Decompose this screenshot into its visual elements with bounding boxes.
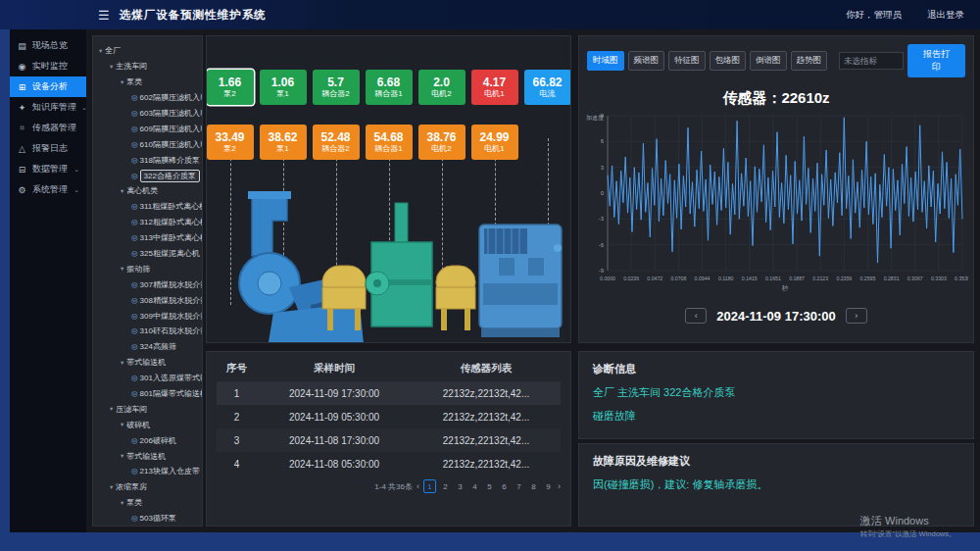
tree-expand-icon[interactable]: ▾ <box>121 265 123 273</box>
windows-activation-watermark: 激活 Windows 转到“设置”以激活 Windows。 <box>860 514 956 539</box>
tree-node[interactable]: ◎313中煤卧式离心机 <box>93 230 202 246</box>
table-row[interactable]: 42024-11-08 05:30:0022132z,22132t,42... <box>217 452 561 476</box>
table-row[interactable]: 12024-11-09 17:30:0022132z,22132t,42... <box>217 381 561 405</box>
waveform-chart: 9630-3-6-90.00000.02360.04720.07080.0944… <box>579 110 973 306</box>
sensor-icon: ⌗ <box>17 123 27 133</box>
sidebar-item-analysis[interactable]: ⊞设备分析 <box>10 76 86 97</box>
tree-node[interactable]: ▾主洗车间 <box>93 59 202 75</box>
tree-node[interactable]: ◎603隔膜压滤机入料泵 <box>93 106 202 122</box>
table-row[interactable]: 32024-11-08 17:30:0022132z,22132t,42... <box>217 428 561 452</box>
pagination-page[interactable]: 6 <box>499 480 510 492</box>
tree-node[interactable]: ◎801隔爆带式输送机 <box>93 386 202 402</box>
sensor-badge-top[interactable]: 4.17电机1 <box>471 70 518 105</box>
tree-node[interactable]: ▾泵类 <box>93 495 202 511</box>
tree-expand-icon[interactable]: ▾ <box>121 421 123 428</box>
tree-expand-icon[interactable]: ▾ <box>110 483 113 491</box>
chart-tab[interactable]: 时域图 <box>587 51 624 71</box>
chart-tab[interactable]: 特征图 <box>668 51 706 71</box>
pagination-page[interactable]: 3 <box>455 480 466 492</box>
tree-node[interactable]: ◎325粗煤泥离心机 <box>93 246 202 262</box>
menu-toggle-icon[interactable]: ☰ <box>98 8 110 23</box>
sensor-badge-bottom[interactable]: 52.48耦合器2 <box>313 125 360 160</box>
tree-node[interactable]: ◎309中煤脱水脱介筛 <box>93 308 202 324</box>
tree-node[interactable]: ▾破碎机 <box>93 417 202 432</box>
pagination-page[interactable]: 2 <box>440 480 451 492</box>
sidebar-item-data[interactable]: ⊟数据管理⌄ <box>10 159 86 179</box>
pagination-prev-icon[interactable]: ‹ <box>416 481 419 491</box>
tree-node[interactable]: ▾泵类 <box>93 75 202 90</box>
tree-node[interactable]: ◎324高频筛 <box>93 339 202 355</box>
header-right: 你好，管理员 退出登录 <box>846 9 980 22</box>
app-window: ☰ 选煤厂设备预测性维护系统 你好，管理员 退出登录 ▤现场总览◉实时监控⊞设备… <box>0 0 980 551</box>
tree-node[interactable]: ◎308精煤脱水脱介筛 <box>93 292 202 308</box>
pagination-page[interactable]: 1 <box>423 479 436 493</box>
tree-node[interactable]: ▾浓缩泵房 <box>93 479 202 495</box>
diagnosis-fault-type: 碰磨故障 <box>593 409 959 424</box>
tree-node[interactable]: ◎609隔膜压滤机入料泵 <box>93 121 202 136</box>
tree-node[interactable]: ◎310矸石脱水脱介筛 <box>93 324 202 339</box>
tree-node[interactable]: ◎602隔膜压滤机入料泵 <box>93 90 202 106</box>
indicator-select-input[interactable] <box>839 52 904 70</box>
pagination-page[interactable]: 5 <box>484 480 495 492</box>
next-date-button[interactable]: › <box>846 308 867 324</box>
svg-text:0.0944: 0.0944 <box>695 276 710 281</box>
tree-expand-icon[interactable]: ▾ <box>121 78 123 86</box>
tree-node[interactable]: ◎206破碎机 <box>93 432 202 448</box>
sensor-badge-top[interactable]: 6.68耦合器1 <box>366 70 413 105</box>
tree-node[interactable]: ◎213块煤入仓皮带 <box>93 464 202 479</box>
tree-node[interactable]: ◎322合格介质泵 <box>93 168 202 183</box>
tree-expand-icon[interactable]: ▾ <box>99 47 102 55</box>
tree-node[interactable]: ◎307精煤脱水脱介筛 <box>93 276 202 292</box>
chart-tab[interactable]: 倒谱图 <box>750 51 787 71</box>
tree-node[interactable]: ▾振动筛 <box>93 261 202 276</box>
tree-expand-icon[interactable]: ▾ <box>121 499 123 507</box>
prev-date-button[interactable]: ‹ <box>685 308 707 324</box>
logout-link[interactable]: 退出登录 <box>927 9 964 22</box>
chart-tab[interactable]: 包络图 <box>710 51 747 71</box>
tree-node[interactable]: ▾压滤车间 <box>93 401 202 417</box>
tree-expand-icon[interactable]: ▾ <box>110 63 113 71</box>
pagination-page[interactable]: 4 <box>469 480 480 492</box>
tree-node[interactable]: ◎312粗煤卧式离心机 <box>93 215 202 230</box>
pagination-page[interactable]: 7 <box>514 480 524 492</box>
sensor-badge-bottom[interactable]: 24.99电机1 <box>471 125 518 160</box>
pagination-page[interactable]: 8 <box>528 480 539 492</box>
sidebar-item-knowledge[interactable]: ✦知识库管理⌄ <box>10 97 86 118</box>
sidebar-item-system[interactable]: ⚙系统管理⌄ <box>10 179 86 200</box>
sensor-badge-bottom[interactable]: 38.62泵1 <box>260 125 307 160</box>
tree-node[interactable]: ◎318隔膜稀介质泵 <box>93 152 202 168</box>
sidebar-item-monitor[interactable]: ◉实时监控 <box>10 56 86 76</box>
pagination-page[interactable]: 9 <box>543 480 554 492</box>
chart-tab[interactable]: 频谱图 <box>628 51 665 71</box>
sensor-badge-top[interactable]: 5.7耦合器2 <box>313 70 360 105</box>
table-row[interactable]: 22024-11-09 05:30:0022132z,22132t,42... <box>217 405 561 428</box>
sidebar-item-alarm[interactable]: △报警日志 <box>10 138 86 159</box>
sensor-badge-bottom[interactable]: 54.68耦合器1 <box>366 125 413 160</box>
tree-node[interactable]: ▾离心机类 <box>93 183 202 199</box>
tree-node[interactable]: ▾带式输送机 <box>93 355 202 371</box>
tree-expand-icon[interactable]: ▾ <box>121 187 123 195</box>
chart-tab[interactable]: 趋势图 <box>791 51 828 71</box>
tree-node[interactable]: ▾全厂 <box>93 43 202 59</box>
tree-node[interactable]: ◎311粗煤卧式离心机 <box>93 199 202 215</box>
sensor-badge-top[interactable]: 2.0电机2 <box>418 70 466 105</box>
sensor-badge-top[interactable]: 1.66泵2 <box>207 70 254 105</box>
sidebar-item-sensor[interactable]: ⌗传感器管理 <box>10 118 86 138</box>
sidebar-item-overview[interactable]: ▤现场总览 <box>10 35 86 56</box>
sensor-badge-bottom[interactable]: 38.76电机2 <box>418 125 466 160</box>
tree-node[interactable]: ◎503循环泵 <box>93 511 202 526</box>
badge-value: 1.66 <box>219 75 241 89</box>
print-report-button[interactable]: 报告打印 <box>907 44 965 77</box>
tree-expand-icon[interactable]: ▾ <box>110 405 113 413</box>
svg-text:加速度: 加速度 <box>586 114 604 122</box>
sensor-badge-bottom[interactable]: 33.49泵2 <box>207 125 254 160</box>
sensor-badge-top[interactable]: 1.06泵1 <box>260 70 307 105</box>
tree-expand-icon[interactable]: ▾ <box>121 452 123 460</box>
tree-node[interactable]: ◎610隔膜压滤机入料泵 <box>93 136 202 152</box>
tree-expand-icon[interactable]: ▾ <box>121 359 123 367</box>
tree-node[interactable]: ▾带式输送机 <box>93 448 202 464</box>
tree-node[interactable]: ◎301入选原煤带式输送机 <box>93 371 202 386</box>
sensor-badge-top[interactable]: 66.82电流 <box>524 70 571 105</box>
svg-text:0.3303: 0.3303 <box>931 276 947 281</box>
pagination-next-icon[interactable]: › <box>558 481 561 491</box>
